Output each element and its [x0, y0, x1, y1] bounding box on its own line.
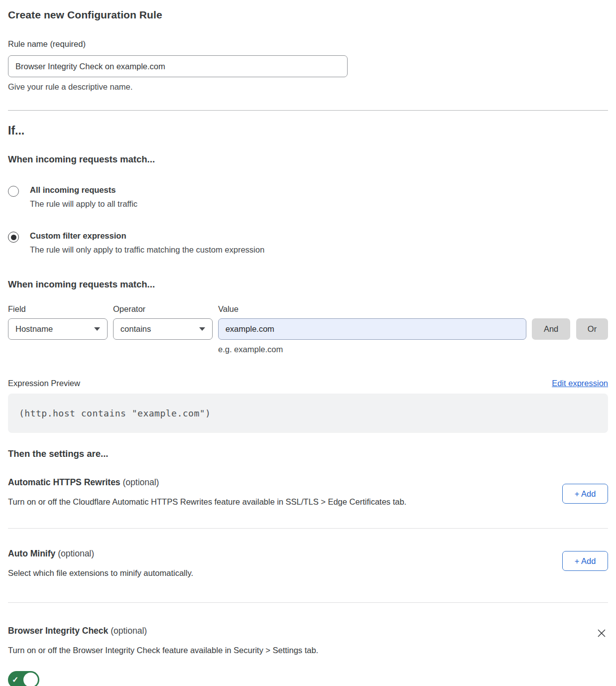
- add-auto-minify-button[interactable]: + Add: [562, 551, 608, 571]
- then-settings-heading: Then the settings are...: [8, 448, 608, 459]
- radio-icon-selected[interactable]: [8, 232, 19, 243]
- operator-select-value: contains: [121, 324, 151, 334]
- setting-title: Automatic HTTPS Rewrites (optional): [8, 477, 406, 488]
- setting-description: Select which file extensions to minify a…: [8, 568, 193, 578]
- chevron-down-icon: [94, 327, 100, 331]
- field-select-value: Hostname: [15, 324, 53, 334]
- radio-all-incoming-requests[interactable]: All incoming requests The rule will appl…: [8, 185, 608, 209]
- builder-row: Hostname contains And Or: [8, 318, 608, 340]
- setting-description: Turn on or off the Cloudflare Automatic …: [8, 497, 406, 507]
- setting-description: Turn on or off the Browser Integrity Che…: [8, 646, 318, 655]
- operator-label: Operator: [113, 304, 218, 314]
- builder-labels: Field Operator Value: [8, 304, 608, 314]
- optional-tag: (optional): [108, 626, 147, 636]
- edit-expression-link[interactable]: Edit expression: [552, 379, 608, 388]
- optional-tag: (optional): [55, 549, 94, 558]
- toggle-knob[interactable]: [23, 673, 38, 686]
- section-divider: [8, 602, 608, 603]
- radio-label: Custom filter expression: [30, 231, 264, 241]
- optional-tag: (optional): [121, 477, 159, 487]
- and-button[interactable]: And: [532, 318, 570, 340]
- page-title: Create new Configuration Rule: [8, 7, 608, 21]
- operator-select[interactable]: contains: [113, 318, 213, 340]
- expression-preview-label: Expression Preview: [8, 379, 80, 388]
- radio-icon[interactable]: [8, 186, 19, 197]
- expression-preview-code: (http.host contains "example.com"): [8, 394, 608, 433]
- radio-description: The rule will apply to all traffic: [30, 199, 137, 209]
- setting-title: Browser Integrity Check (optional): [8, 626, 318, 636]
- match-heading: When incoming requests match...: [8, 154, 608, 165]
- radio-label: All incoming requests: [30, 185, 137, 195]
- add-automatic-https-rewrites-button[interactable]: + Add: [562, 484, 608, 504]
- close-button[interactable]: [595, 627, 608, 640]
- radio-custom-filter-expression[interactable]: Custom filter expression The rule will o…: [8, 231, 608, 255]
- rule-name-input[interactable]: [8, 55, 348, 77]
- create-configuration-rule-form: Create new Configuration Rule Rule name …: [0, 0, 616, 686]
- rule-name-label: Rule name (required): [8, 39, 608, 49]
- builder-heading: When incoming requests match...: [8, 279, 608, 290]
- setting-browser-integrity-check: Browser Integrity Check (optional) Turn …: [8, 626, 608, 686]
- value-label: Value: [218, 304, 239, 314]
- setting-title: Auto Minify (optional): [8, 549, 193, 559]
- field-select[interactable]: Hostname: [8, 318, 108, 340]
- rule-name-helper: Give your rule a descriptive name.: [8, 82, 608, 92]
- or-button[interactable]: Or: [576, 318, 608, 340]
- section-divider: [8, 528, 608, 529]
- setting-automatic-https-rewrites: Automatic HTTPS Rewrites (optional) Turn…: [8, 477, 608, 507]
- field-label: Field: [8, 304, 113, 314]
- setting-auto-minify: Auto Minify (optional) Select which file…: [8, 549, 608, 578]
- browser-integrity-check-toggle[interactable]: ✓: [8, 671, 39, 686]
- if-heading: If...: [8, 124, 608, 137]
- section-divider: [8, 110, 608, 111]
- check-icon: ✓: [12, 676, 18, 684]
- close-icon: [596, 628, 607, 639]
- value-input[interactable]: [218, 318, 526, 340]
- radio-description: The rule will only apply to traffic matc…: [30, 245, 264, 255]
- chevron-down-icon: [199, 327, 205, 331]
- value-helper: e.g. example.com: [218, 345, 608, 354]
